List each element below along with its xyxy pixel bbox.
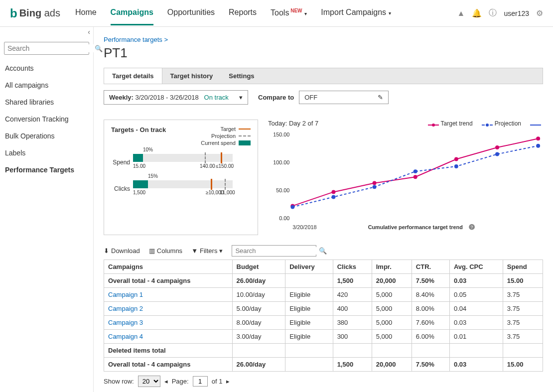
svg-point-8 xyxy=(454,157,458,161)
tab-settings[interactable]: Settings xyxy=(221,68,262,84)
topnav-item-import-campaigns[interactable]: Import Campaigns ▾ xyxy=(321,1,391,25)
tab-target-history[interactable]: Target history xyxy=(162,68,221,84)
pager-prev-icon[interactable]: ◂ xyxy=(164,378,168,385)
pager: Show row: 20 ◂ Page: of 1 ▸ xyxy=(104,376,543,387)
main: Performance targets > PT1 Target details… xyxy=(94,27,553,392)
pencil-icon[interactable]: ✎ xyxy=(378,94,383,101)
svg-point-14 xyxy=(414,169,417,173)
topnav-item-tools[interactable]: Tools NEW ▾ xyxy=(271,1,307,25)
campaigns-table: CampaignsBudgetDeliveryClicksImpr.CTR.Av… xyxy=(104,260,543,372)
username[interactable]: user123 xyxy=(504,9,529,17)
svg-point-7 xyxy=(414,175,417,179)
sidebar-item-accounts[interactable]: Accounts xyxy=(0,60,93,77)
svg-text:Cumulative performance target : Cumulative performance target trend xyxy=(368,224,463,230)
compare-label: Compare to xyxy=(258,94,294,101)
col-campaigns[interactable]: Campaigns xyxy=(104,260,233,274)
chevron-down-icon: ▾ xyxy=(239,94,243,101)
sidebar-collapse-icon[interactable]: ‹ xyxy=(88,28,90,36)
logo-text: Bing ads xyxy=(19,7,60,19)
pager-next-icon[interactable]: ▸ xyxy=(226,378,230,385)
topnav-item-campaigns[interactable]: Campaigns xyxy=(111,1,153,25)
bing-logo-icon: b xyxy=(10,6,17,20)
svg-point-11 xyxy=(290,205,294,209)
svg-text:?: ? xyxy=(471,225,473,230)
sidebar-item-labels[interactable]: Labels xyxy=(0,144,93,161)
chart-legend: Target trend Projection xyxy=(428,120,543,127)
targets-panel: Targets - On track Target Projection Cur… xyxy=(104,120,258,235)
download-button[interactable]: ⬇Download xyxy=(104,247,140,255)
gear-icon[interactable]: ⚙ xyxy=(536,8,543,18)
table-row: Overall total - 4 campaigns26.00/day1,50… xyxy=(104,358,543,372)
table-row: Overall total - 4 campaigns26.00/day1,50… xyxy=(104,274,543,288)
col-budget[interactable]: Budget xyxy=(232,260,285,274)
table-toolbar: ⬇Download ▥Columns ▼Filters ▾ 🔍 xyxy=(104,245,543,257)
page-title: PT1 xyxy=(104,45,543,61)
controls-row: Weekly: 3/20/2018 - 3/26/2018 On track ▾… xyxy=(104,84,543,105)
sidebar: ‹ 🔍 AccountsAll campaignsShared librarie… xyxy=(0,27,94,392)
sidebar-search-input[interactable] xyxy=(7,44,95,52)
bell-icon[interactable]: 🔔 xyxy=(472,8,482,18)
svg-text:0.00: 0.00 xyxy=(279,215,289,221)
logo[interactable]: b Bing ads xyxy=(10,6,60,20)
svg-point-12 xyxy=(331,195,335,199)
svg-point-10 xyxy=(536,136,540,140)
line-chart: 0.0050.00100.00150.003/20/2018Cumulative… xyxy=(268,129,543,234)
chart-panel: Today: Day 2 of 7 Target trend Projectio… xyxy=(268,120,543,235)
targets-title: Targets - On track xyxy=(111,126,166,133)
table-row: Campaign 110.00/dayEligible4205,0008.40%… xyxy=(104,288,543,302)
info-icon[interactable]: ⓘ xyxy=(489,8,497,18)
svg-point-17 xyxy=(536,144,540,148)
columns-button[interactable]: ▥Columns xyxy=(149,247,182,255)
col-avg-cpc[interactable]: Avg. CPC xyxy=(449,260,503,274)
sidebar-item-all-campaigns[interactable]: All campaigns xyxy=(0,77,93,94)
topnav-item-home[interactable]: Home xyxy=(75,1,97,25)
tabs: Target detailsTarget historySettings xyxy=(104,68,543,84)
search-icon[interactable]: 🔍 xyxy=(319,247,327,255)
search-icon[interactable]: 🔍 xyxy=(95,45,103,52)
compare-control: Compare to OFF ✎ xyxy=(258,91,389,104)
sidebar-item-bulk-operations[interactable]: Bulk Operations xyxy=(0,128,93,144)
svg-text:50.00: 50.00 xyxy=(276,187,289,193)
breadcrumb[interactable]: Performance targets > xyxy=(104,36,543,43)
page-size-select[interactable]: 20 xyxy=(138,376,160,387)
table-search-input[interactable] xyxy=(235,247,319,255)
target-bar-spend: Spend10%15.00140.00≤150.00 xyxy=(111,154,251,170)
svg-point-9 xyxy=(495,145,499,149)
svg-point-13 xyxy=(373,185,377,189)
svg-point-6 xyxy=(373,181,377,185)
table-header-row: CampaignsBudgetDeliveryClicksImpr.CTR.Av… xyxy=(104,260,543,274)
col-ctr-[interactable]: CTR. xyxy=(412,260,449,274)
svg-point-16 xyxy=(495,152,499,156)
sidebar-item-shared-libraries[interactable]: Shared libraries xyxy=(0,94,93,111)
filter-icon: ▼ xyxy=(191,247,198,255)
svg-text:100.00: 100.00 xyxy=(273,159,289,165)
svg-point-15 xyxy=(454,164,458,168)
col-spend[interactable]: Spend xyxy=(503,260,543,274)
table-search[interactable]: 🔍 xyxy=(232,245,316,257)
sidebar-item-conversion-tracking[interactable]: Conversion Tracking xyxy=(0,111,93,128)
page-input[interactable] xyxy=(193,376,208,387)
sidebar-search[interactable]: 🔍 xyxy=(4,42,89,55)
table-row: Campaign 38.00/dayEligible3805,0007.60%0… xyxy=(104,316,543,330)
columns-icon: ▥ xyxy=(149,247,155,255)
sidebar-item-performance-targets[interactable]: Performance Targets xyxy=(0,161,93,178)
alert-icon[interactable]: ▲ xyxy=(457,9,465,18)
period-selector[interactable]: Weekly: 3/20/2018 - 3/26/2018 On track ▾ xyxy=(104,90,248,105)
chart-today-label: Today: Day 2 of 7 xyxy=(268,120,318,127)
filters-button[interactable]: ▼Filters ▾ xyxy=(191,247,223,255)
topnav-item-reports[interactable]: Reports xyxy=(229,1,257,25)
compare-value[interactable]: OFF ✎ xyxy=(299,91,389,104)
targets-legend: Target Projection Current spend xyxy=(201,126,251,147)
tab-target-details[interactable]: Target details xyxy=(104,68,162,84)
table-row: Campaign 43.00/dayEligible3005,0006.00%0… xyxy=(104,330,543,344)
svg-point-5 xyxy=(331,190,335,194)
topnav-item-opportunities[interactable]: Opportunities xyxy=(167,1,215,25)
col-delivery[interactable]: Delivery xyxy=(285,260,333,274)
col-clicks[interactable]: Clicks xyxy=(333,260,372,274)
table-row: Deleted items total xyxy=(104,344,543,358)
target-bar-clicks: Clicks15%1,50011,000≥10,000 xyxy=(111,180,251,197)
chevron-down-icon: ▾ xyxy=(219,247,223,255)
topbar-right: ▲ 🔔 ⓘ user123 ⚙ xyxy=(457,8,543,18)
topnav: HomeCampaignsOpportunitiesReportsTools N… xyxy=(75,1,457,25)
col-impr-[interactable]: Impr. xyxy=(372,260,412,274)
